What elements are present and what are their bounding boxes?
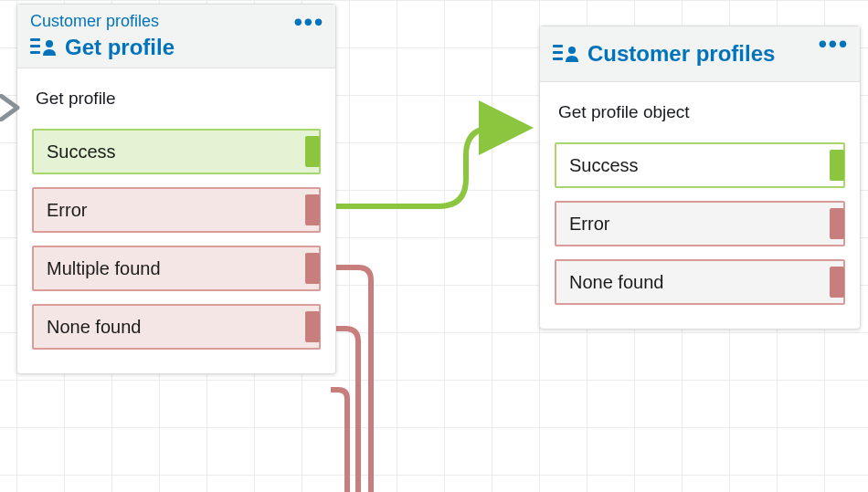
outcome-multiple-found[interactable]: Multiple found <box>32 246 321 291</box>
output-port-icon[interactable] <box>830 267 844 298</box>
svg-point-7 <box>568 47 576 54</box>
flow-node-customer-profiles[interactable]: Customer profiles ••• Get profile object… <box>539 26 861 330</box>
node-body: Get profile object Success Error None fo… <box>540 82 860 329</box>
node-title: Get profile <box>65 35 175 60</box>
svg-rect-0 <box>30 38 40 41</box>
action-label: Get profile object <box>542 99 858 142</box>
outcome-none-found[interactable]: None found <box>32 304 321 350</box>
outcome-label: Error <box>47 200 87 221</box>
node-more-menu-icon[interactable]: ••• <box>294 14 324 30</box>
outcome-error[interactable]: Error <box>32 187 321 233</box>
node-body: Get profile Success Error Multiple found… <box>17 68 335 373</box>
output-port-icon[interactable] <box>305 253 320 284</box>
flow-node-get-profile[interactable]: Customer profiles Get profile • <box>16 4 336 374</box>
output-port-icon[interactable] <box>830 208 844 239</box>
customer-profile-icon <box>30 37 56 58</box>
svg-rect-6 <box>553 58 563 60</box>
output-port-icon[interactable] <box>305 311 320 342</box>
node-category-label: Customer profiles <box>30 12 323 31</box>
outcome-success[interactable]: Success <box>32 129 321 174</box>
svg-point-3 <box>46 40 53 47</box>
output-port-icon[interactable] <box>830 150 844 181</box>
output-port-icon[interactable] <box>305 194 320 225</box>
outcome-error[interactable]: Error <box>555 201 845 246</box>
outcome-label: Success <box>569 155 639 176</box>
output-port-icon[interactable] <box>305 136 320 167</box>
outcome-none-found[interactable]: None found <box>555 259 845 305</box>
outcome-label: Multiple found <box>47 258 161 279</box>
node-more-menu-icon[interactable]: ••• <box>819 36 849 52</box>
outcome-label: None found <box>47 317 141 338</box>
action-label: Get profile <box>19 85 333 129</box>
svg-rect-5 <box>553 51 563 54</box>
outcome-label: None found <box>569 272 663 293</box>
outcome-label: Error <box>569 214 609 235</box>
node-title: Customer profiles <box>587 41 775 67</box>
outcome-label: Success <box>47 141 116 162</box>
svg-rect-2 <box>30 51 40 54</box>
svg-rect-1 <box>30 45 40 47</box>
svg-rect-4 <box>553 45 563 47</box>
outcome-success[interactable]: Success <box>555 142 845 188</box>
node-header: Customer profiles Get profile • <box>17 5 335 68</box>
node-header: Customer profiles ••• <box>540 26 860 82</box>
customer-profile-icon <box>553 44 578 64</box>
